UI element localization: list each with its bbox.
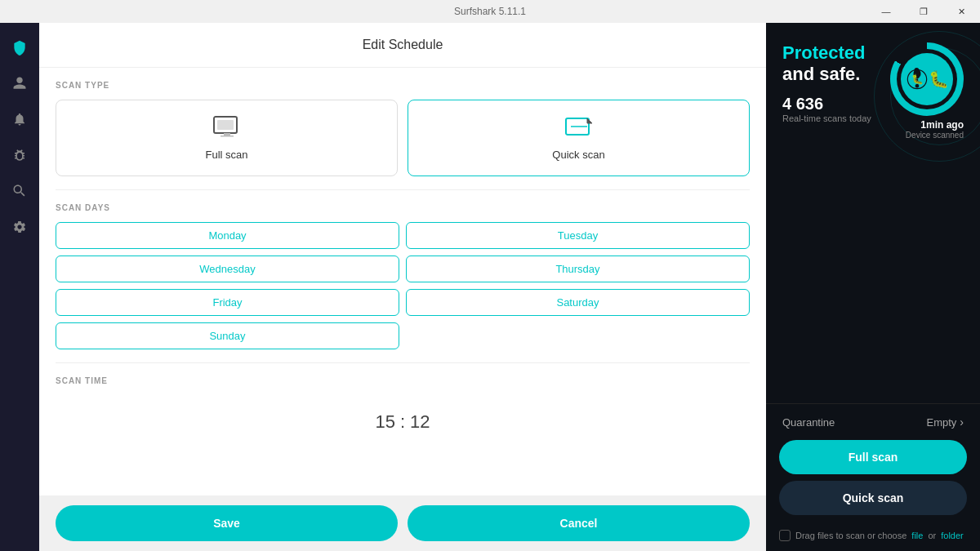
time-minutes[interactable]: 12 [410,411,430,433]
quarantine-value: Empty › [926,415,964,429]
save-button[interactable]: Save [56,505,398,541]
status-protected: Protected [782,42,890,64]
device-time: 1min ago [890,119,964,131]
sidebar-icon-bell[interactable] [5,104,34,134]
bottom-bar: Save Cancel [39,495,766,551]
drag-folder-link[interactable]: folder [941,531,964,540]
day-saturday[interactable]: Saturday [406,289,750,316]
edit-schedule-panel: Edit Schedule SCAN TYPE [39,23,766,495]
right-middle [766,153,980,403]
sidebar-icon-user[interactable] [5,69,34,98]
scan-days-label: SCAN DAYS [56,203,750,212]
drag-files-text: Drag files to scan or choose [795,531,906,540]
close-button[interactable]: ✕ [942,0,980,23]
quarantine-label: Quarantine [782,416,835,429]
day-monday[interactable]: Monday [56,222,399,249]
days-grid: Monday Tuesday Wednesday Thursday Friday… [56,222,750,349]
right-panel: Protected and safe. 4 636 Real-time scan… [766,23,980,551]
drag-files-checkbox[interactable] [779,530,791,541]
day-thursday[interactable]: Thursday [406,256,750,282]
full-scan-button[interactable]: Full scan [779,440,967,474]
cancel-button[interactable]: Cancel [408,505,750,541]
time-display: 15 : 12 [56,395,750,449]
scan-type-row: Full scan Quick scan [56,100,750,176]
time-hours[interactable]: 15 [375,411,394,433]
drag-file-link[interactable]: file [911,531,923,540]
scan-count: 4 636 [782,95,890,113]
scan-time-section: SCAN TIME 15 : 12 [39,363,766,462]
day-sunday[interactable]: Sunday [56,322,399,349]
scan-time-label: SCAN TIME [56,376,750,385]
status-safe: and safe. [782,64,890,85]
full-scan-icon [212,115,242,144]
scan-option-full[interactable]: Full scan [56,100,398,176]
time-separator: : [400,411,405,433]
quick-scan-label: Quick scan [552,149,604,161]
quarantine-chevron-icon: › [960,415,964,429]
device-label: Device scanned [890,131,964,140]
status-text: Protected and safe. 4 636 Real-time scan… [782,42,890,123]
svg-rect-3 [220,136,234,137]
action-buttons: Full scan Quick scan [766,440,980,522]
scan-type-label: SCAN TYPE [56,81,750,90]
scan-count-label: Real-time scans today [782,113,890,123]
scan-type-section: SCAN TYPE Full scan [39,68,766,189]
quick-scan-icon [564,115,594,144]
titlebar: Surfshark 5.11.1 — ❐ ✕ [0,0,980,23]
sidebar [0,23,39,551]
minimize-button[interactable]: — [867,0,905,23]
sidebar-icon-shield[interactable] [5,33,34,62]
full-scan-label: Full scan [205,149,247,161]
drag-or: or [928,531,936,540]
panel-title: Edit Schedule [39,23,766,68]
window-controls: — ❐ ✕ [867,0,980,23]
scan-days-section: SCAN DAYS Monday Tuesday Wednesday Thurs… [39,190,766,362]
quick-scan-button[interactable]: Quick scan [779,481,967,515]
sidebar-icon-search[interactable] [5,176,34,206]
status-header: Protected and safe. 4 636 Real-time scan… [766,23,980,153]
svg-rect-2 [224,133,230,136]
day-wednesday[interactable]: Wednesday [56,256,399,282]
restore-button[interactable]: ❐ [905,0,942,23]
drag-files-row: Drag files to scan or choose file or fol… [766,522,980,551]
day-friday[interactable]: Friday [56,289,399,316]
outer-ring: 🐛 🐛 [890,42,964,116]
svg-text:🐛: 🐛 [911,73,923,85]
main-layout: Edit Schedule SCAN TYPE [0,23,980,551]
sidebar-icon-bug[interactable] [5,140,34,170]
inner-circle: 🐛 🐛 [901,53,953,105]
scan-stats: 4 636 Real-time scans today [782,95,890,123]
svg-rect-1 [217,120,234,130]
quarantine-row[interactable]: Quarantine Empty › [766,403,980,440]
sidebar-icon-settings[interactable] [5,212,34,242]
content-area: Edit Schedule SCAN TYPE [39,23,766,551]
scan-option-quick[interactable]: Quick scan [408,100,750,176]
day-tuesday[interactable]: Tuesday [406,222,750,249]
status-circle: 🐛 🐛 [890,42,964,116]
app-title: Surfshark 5.11.1 [454,6,526,17]
